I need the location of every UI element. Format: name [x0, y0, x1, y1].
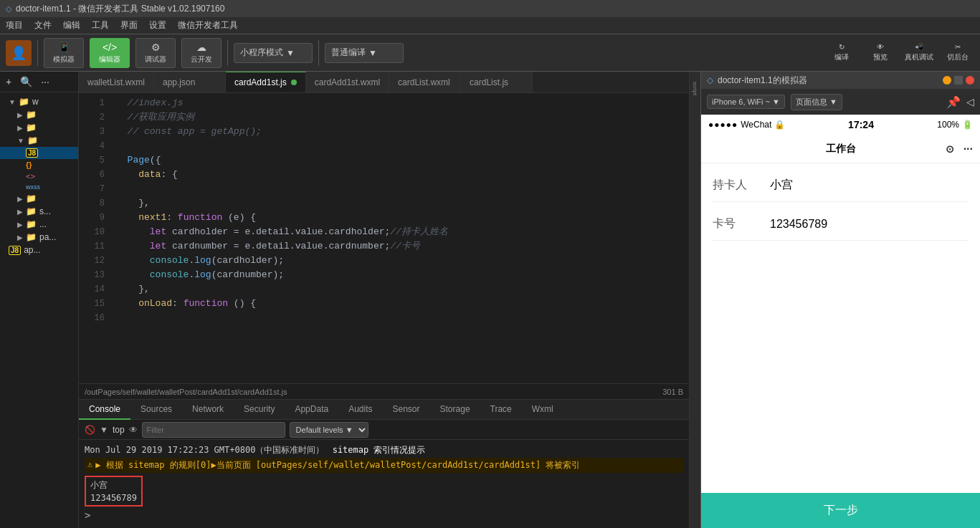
refresh-button[interactable]: ↻ 编译 — [825, 38, 858, 68]
menu-item-interface[interactable]: 界面 — [120, 19, 138, 32]
folder-icon: 📁 — [26, 206, 37, 216]
devtools-tab-sensor[interactable]: Sensor — [383, 400, 430, 420]
folder-icon: 📁 — [26, 110, 37, 120]
maximize-button[interactable] — [954, 76, 963, 85]
eye-icon[interactable]: 👁 — [129, 425, 138, 435]
refresh-icon: ↻ — [839, 43, 845, 51]
tab-label: Console — [89, 404, 120, 414]
page-info-label: 页面信息 — [796, 97, 827, 106]
cut-button[interactable]: ✂ 切后台 — [941, 38, 974, 68]
real-test-icon: 📲 — [915, 43, 923, 51]
wxml-icon: <> — [26, 172, 35, 181]
real-test-button[interactable]: 📲 真机调试 — [903, 38, 936, 68]
file-tree-item-json[interactable]: {} — [0, 159, 78, 171]
file-tree-item-wxml[interactable]: <> — [0, 171, 78, 182]
menu-item-settings[interactable]: 设置 — [149, 19, 166, 32]
right-sidebar-item-script[interactable]: script — [690, 75, 700, 103]
file-tree-item-sub4[interactable]: ▶ 📁 — [0, 192, 78, 205]
menu-item-tools[interactable]: 工具 — [92, 19, 109, 32]
mode-select[interactable]: 小程序模式 ▼ — [234, 43, 313, 63]
sim-more-icon[interactable]: ◁ — [966, 96, 974, 107]
avatar[interactable]: 👤 — [6, 40, 32, 66]
warning-icon: ⚠ — [87, 459, 92, 469]
code-line-16: 16 — [79, 311, 689, 325]
debugger-button[interactable]: ⚙ 调试器 — [135, 38, 176, 68]
menu-item-file[interactable]: 文件 — [34, 19, 52, 32]
devtools-tab-audits[interactable]: Audits — [338, 400, 382, 420]
json-icon: {} — [26, 160, 32, 169]
cut-label: 切后台 — [947, 52, 969, 62]
devtools-tab-network[interactable]: Network — [182, 400, 234, 420]
tab-app-json[interactable]: app.json — [154, 72, 226, 92]
pin-icon[interactable]: 📌 — [946, 95, 961, 109]
clear-console-button[interactable]: 🚫 — [85, 425, 95, 435]
more-options-button[interactable]: ··· — [38, 75, 52, 89]
compile-select[interactable]: 普通编译 ▼ — [325, 43, 404, 63]
preview-button[interactable]: 👁 预览 — [864, 38, 897, 68]
file-tree-item-wxss[interactable]: wxss — [0, 182, 78, 192]
file-tree-item-dots[interactable]: ▶ 📁 ... — [0, 218, 78, 231]
arrow-icon: ▼ — [9, 98, 16, 106]
add-file-button[interactable]: + — [3, 75, 14, 89]
menu-item-edit[interactable]: 编辑 — [63, 19, 80, 32]
file-tree-item-sub2[interactable]: ▶ 📁 — [0, 121, 78, 134]
device-select[interactable]: iPhone 6, WiFi ~ ▼ — [707, 95, 785, 109]
filter-input[interactable] — [142, 422, 285, 438]
file-tree: ▼ 📁 w ▶ 📁 ▶ 📁 ▼ 📁 J8 {} — [0, 92, 78, 528]
console-output-box: 小宫 123456789 — [85, 476, 143, 507]
cloud-button[interactable]: ☁ 云开发 — [181, 38, 222, 68]
modified-indicator — [291, 80, 297, 85]
level-select[interactable]: Default levels ▼ — [290, 422, 368, 438]
tab-label: Storage — [440, 404, 470, 414]
devtools-tabs: Console Sources Network Security AppData… — [79, 400, 689, 420]
search-button[interactable]: 🔍 — [17, 75, 35, 89]
wxss-icon: wxss — [26, 183, 40, 191]
page-info-select[interactable]: 页面信息 ▼ — [791, 94, 842, 110]
file-tree-item-s[interactable]: ▶ 📁 s... — [0, 205, 78, 218]
cloud-label: 云开发 — [191, 54, 212, 64]
refresh-label: 编译 — [834, 52, 849, 62]
file-tree-item-w[interactable]: ▼ 📁 w — [0, 95, 78, 108]
preview-icon: 👁 — [877, 43, 884, 51]
sim-bottom-button[interactable]: 下一步 — [701, 493, 980, 528]
tab-walletlist-wxml[interactable]: walletList.wxml — [79, 72, 154, 92]
tab-cardlist-js[interactable]: cardList.js — [461, 72, 533, 92]
menu-item-wechat-devtools[interactable]: 微信开发者工具 — [178, 19, 238, 32]
tab-cardlist-wxml[interactable]: cardList.wxml — [389, 72, 461, 92]
devtools-tab-security[interactable]: Security — [234, 400, 285, 420]
minimize-button[interactable] — [943, 76, 951, 85]
tab-cardadd1st-wxml[interactable]: cardAdd1st.wxml — [306, 72, 389, 92]
devtools-tab-console[interactable]: Console — [79, 400, 130, 420]
top-select[interactable]: ▼ — [100, 425, 108, 435]
sim-field-cardholder: 持卡人 小宫 — [713, 178, 969, 202]
file-tree-item-sub3[interactable]: ▼ 📁 — [0, 134, 78, 147]
file-tree-item-js-ap[interactable]: J8 ap... — [0, 244, 78, 256]
file-tree-item-js[interactable]: J8 — [0, 147, 78, 159]
file-tree-item-pa[interactable]: ▶ 📁 pa... — [0, 231, 78, 244]
debugger-icon: ⚙ — [151, 42, 161, 53]
toolbar: 👤 📱 模拟器 </> 编辑器 ⚙ 调试器 ☁ 云开发 小程序模式 ▼ 普通编译… — [0, 34, 980, 72]
simulator-screen: ●●●●● WeChat 🔒 17:24 100% 🔋 工作台 ⊙ ··· — [701, 115, 980, 528]
file-tree-item-sub1[interactable]: ▶ 📁 — [0, 108, 78, 121]
code-editor[interactable]: 1 //index.js 2 //获取应用实例 3 // const app =… — [79, 93, 689, 383]
simulator-button[interactable]: 📱 模拟器 — [44, 38, 84, 68]
folder-icon: 📁 — [19, 97, 29, 107]
code-line-9: 9 next1: function (e) { — [79, 211, 689, 225]
device-dropdown-icon: ▼ — [772, 97, 780, 106]
tab-label: cardList.js — [470, 77, 508, 87]
editor-icon: </> — [103, 42, 117, 53]
tab-cardadd1st-js[interactable]: cardAdd1st.js — [226, 72, 306, 92]
editor-button[interactable]: </> 编辑器 — [90, 38, 130, 68]
devtools-tab-appdata[interactable]: AppData — [285, 400, 338, 420]
code-line-4: 4 — [79, 139, 689, 153]
window-controls — [943, 76, 974, 85]
menu-item-project[interactable]: 项目 — [6, 19, 23, 32]
record-icon: ⊙ — [946, 143, 954, 155]
close-button[interactable] — [966, 76, 974, 85]
devtools-tab-sources[interactable]: Sources — [130, 400, 182, 420]
page-info-dropdown-icon: ▼ — [829, 97, 837, 106]
cut-icon: ✂ — [955, 43, 961, 51]
devtools-tab-storage[interactable]: Storage — [430, 400, 480, 420]
devtools-tab-trace[interactable]: Trace — [480, 400, 522, 420]
devtools-tab-wxml[interactable]: Wxml — [522, 400, 563, 420]
